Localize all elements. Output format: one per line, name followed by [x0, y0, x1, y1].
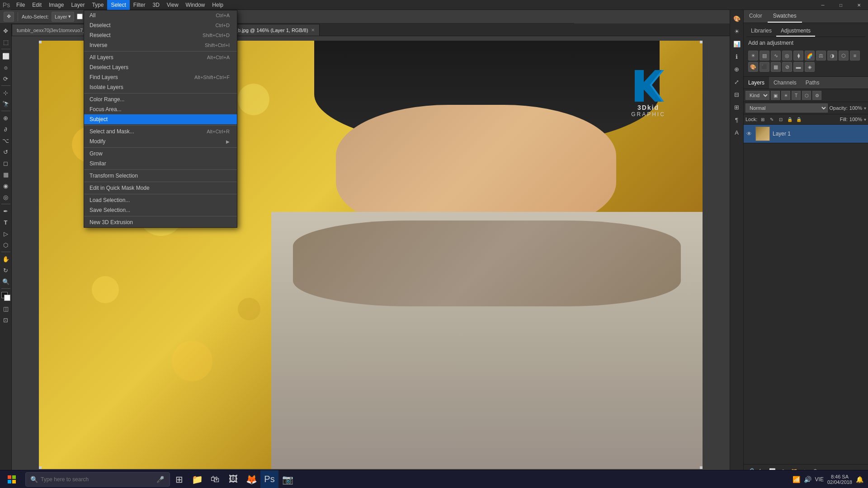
paths-tab[interactable]: Paths — [801, 77, 824, 89]
filter-kind-select[interactable]: Kind — [745, 91, 769, 100]
menu-item-deselect-layers[interactable]: Deselect Layers — [84, 62, 237, 72]
quick-mask-btn[interactable]: ◫ — [0, 303, 11, 314]
transform-icon[interactable]: ⤢ — [731, 76, 743, 88]
menu-edit[interactable]: Edit — [28, 0, 45, 10]
photos-app-btn[interactable]: 📷 — [278, 470, 297, 488]
artboard-tool[interactable]: ⬚ — [0, 37, 11, 47]
channel-mixer-adj[interactable]: ≡ — [850, 51, 860, 61]
filter-adjust-btn[interactable]: ☀ — [781, 91, 790, 100]
menu-3d[interactable]: 3D — [149, 0, 163, 10]
adjustments-tab[interactable]: Adjustments — [776, 26, 815, 37]
move-tool[interactable]: ✥ — [0, 25, 11, 36]
navigator-icon[interactable]: ⊕ — [731, 63, 743, 75]
filter-type-btn[interactable]: T — [792, 91, 801, 100]
taskbar-search-bar[interactable]: 🔍 🎤 — [25, 472, 170, 487]
sound-icon[interactable]: 🔊 — [804, 476, 811, 483]
menu-item-color-range[interactable]: Color Range... — [84, 94, 237, 104]
start-button[interactable] — [0, 470, 24, 488]
tab2-close[interactable]: ✕ — [311, 28, 315, 33]
shape-tool[interactable]: ⬡ — [0, 239, 11, 250]
levels-adj[interactable]: ▤ — [760, 51, 769, 61]
taskview-btn[interactable]: ⊞ — [170, 470, 188, 488]
menu-item-all-layers[interactable]: All Layers Alt+Ctrl+A — [84, 52, 237, 62]
libraries-tab[interactable]: Libraries — [746, 26, 776, 37]
lock-transparency[interactable]: 🔒 — [786, 116, 793, 123]
menu-item-deselect[interactable]: Deselect Ctrl+D — [84, 20, 237, 30]
crop-tool[interactable]: ⊹ — [0, 87, 11, 98]
tool-options-btn[interactable]: ✥ — [4, 12, 14, 22]
brightness-adj[interactable]: ☀ — [748, 51, 758, 61]
menu-item-save-selection[interactable]: Save Selection... — [84, 205, 237, 215]
background-color[interactable] — [4, 295, 10, 301]
system-clock[interactable]: 8:46 SA 02/04/2018 — [827, 474, 852, 485]
curves-adj[interactable]: ∿ — [771, 51, 781, 61]
channels-tab[interactable]: Channels — [769, 77, 801, 89]
filter-shape-btn[interactable]: ⬡ — [802, 91, 811, 100]
menu-item-load-selection[interactable]: Load Selection... — [84, 195, 237, 205]
menu-item-grow[interactable]: Grow — [84, 149, 237, 159]
menu-image[interactable]: Image — [45, 0, 67, 10]
menu-item-select-mask[interactable]: Select and Mask... Alt+Ctrl+R — [84, 127, 237, 136]
zoom-tool[interactable]: 🔍 — [0, 276, 11, 287]
menu-item-similar[interactable]: Similar — [84, 159, 237, 169]
layer-select-btn[interactable]: Layer ▾ — [52, 12, 75, 22]
lock-position[interactable]: ✎ — [768, 116, 775, 123]
photos-btn[interactable]: 🖼 — [224, 470, 242, 488]
lock-pixel[interactable]: ⊞ — [759, 116, 766, 123]
healing-tool[interactable]: ⊕ — [0, 113, 11, 123]
layer-row[interactable]: 👁 Layer 1 — [744, 125, 868, 143]
network-icon[interactable]: 📶 — [793, 476, 800, 483]
posterize-adj[interactable]: ▦ — [771, 62, 781, 72]
menu-item-modify[interactable]: Modify ▶ — [84, 136, 237, 146]
pen-tool[interactable]: ✒ — [0, 206, 11, 216]
selective-color-adj[interactable]: ◈ — [805, 62, 815, 72]
photoshop-taskbar-btn[interactable]: Ps — [260, 470, 278, 488]
info-icon[interactable]: ℹ — [731, 51, 743, 62]
brush-tool[interactable]: ∂ — [0, 124, 11, 135]
eraser-tool[interactable]: ◻ — [0, 158, 11, 169]
blend-mode-select[interactable]: Normal Dissolve Multiply Screen — [745, 103, 828, 113]
menu-window[interactable]: Window — [182, 0, 209, 10]
invert-adj[interactable]: ⬛ — [760, 62, 769, 72]
menu-item-subject[interactable]: Subject — [84, 114, 237, 124]
close-button[interactable]: ✕ — [850, 0, 868, 10]
menu-item-find-layers[interactable]: Find Layers Alt+Shift+Ctrl+F — [84, 72, 237, 82]
quick-select-tool[interactable]: ⟳ — [0, 73, 11, 84]
layer-visibility-toggle[interactable]: 👁 — [746, 131, 753, 137]
lock-all[interactable]: 🔒 — [795, 116, 802, 123]
menu-layer[interactable]: Layer — [67, 0, 88, 10]
blur-tool[interactable]: ◉ — [0, 180, 11, 191]
menu-item-transform-selection[interactable]: Transform Selection — [84, 171, 237, 181]
vibrance-adj[interactable]: ⧫ — [793, 51, 803, 61]
layers-tab[interactable]: Layers — [744, 77, 769, 89]
colorbalance-adj[interactable]: ⚖ — [816, 51, 826, 61]
character-icon[interactable]: A — [731, 127, 743, 138]
gradient-map-adj[interactable]: ▬ — [793, 62, 803, 72]
bw-adj[interactable]: ◑ — [827, 51, 837, 61]
text-tool[interactable]: T — [0, 217, 11, 228]
hsl-adj[interactable]: 🌈 — [805, 51, 815, 61]
menu-item-reselect[interactable]: Reselect Shift+Ctrl+D — [84, 30, 237, 40]
gradient-tool[interactable]: ▦ — [0, 169, 11, 180]
menu-select[interactable]: Select — [107, 0, 129, 10]
browser-btn[interactable]: 🦊 — [242, 470, 260, 488]
menu-item-isolate-layers[interactable]: Isolate Layers — [84, 82, 237, 92]
menu-view[interactable]: View — [163, 0, 182, 10]
search-input[interactable] — [41, 476, 154, 483]
menu-item-3d-extrusion[interactable]: New 3D Extrusion — [84, 217, 237, 227]
transform-controls-checkbox[interactable] — [77, 14, 83, 19]
maximize-button[interactable]: □ — [832, 0, 850, 10]
minimize-button[interactable]: ─ — [814, 0, 832, 10]
file-explorer-btn[interactable]: 📁 — [188, 470, 206, 488]
menu-file[interactable]: File — [13, 0, 28, 10]
threshold-adj[interactable]: ⊘ — [782, 62, 792, 72]
properties-icon[interactable]: ⊞ — [731, 101, 743, 113]
hand-tool[interactable]: ✋ — [0, 253, 11, 264]
color-tab[interactable]: Color — [744, 10, 768, 23]
adjustments-icon[interactable]: ☀ — [731, 25, 743, 37]
menu-item-focus-area[interactable]: Focus Area... — [84, 104, 237, 114]
color-lookup-adj[interactable]: 🎨 — [748, 62, 758, 72]
notification-icon[interactable]: 🔔 — [856, 476, 863, 483]
dodge-tool[interactable]: ◎ — [0, 192, 11, 202]
rotate-view-tool[interactable]: ↻ — [0, 265, 11, 276]
